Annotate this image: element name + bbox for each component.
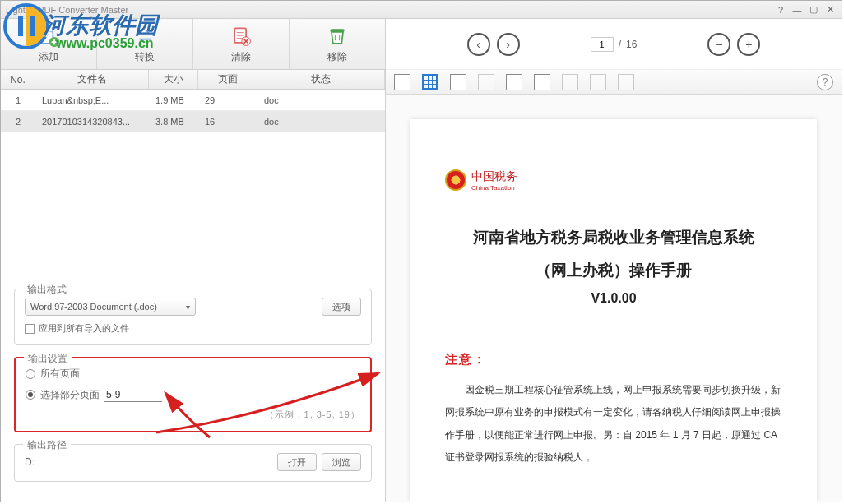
clear-button[interactable]: 清除 <box>193 19 290 69</box>
col-status[interactable]: 状态 <box>257 70 385 89</box>
table-body: 1Luban&nbsp;E...1.9 MB29doc2201701031432… <box>1 90 385 132</box>
document-page: 中国税务 China Taxation 河南省地方税务局税收业务管理信息系统 （… <box>410 119 817 502</box>
format-legend: 输出格式 <box>23 283 71 297</box>
table-header: No. 文件名 大小 页面 状态 <box>1 70 385 90</box>
path-value: D: <box>25 456 35 468</box>
clear-icon <box>230 25 253 48</box>
view-mode-5-icon[interactable] <box>506 74 522 90</box>
convert-icon <box>133 25 156 48</box>
view-mode-6-icon[interactable] <box>534 74 550 90</box>
left-panel: 添加 转换 清除 移除 No. 文件名 大小 页面 <box>1 19 386 502</box>
close-icon[interactable]: ✕ <box>823 4 837 16</box>
cell-status: doc <box>257 95 385 105</box>
range-example: （示例：1, 3-5, 19） <box>26 409 360 421</box>
view-mode-7-icon[interactable] <box>562 74 578 90</box>
col-filename[interactable]: 文件名 <box>35 70 149 89</box>
maximize-icon[interactable]: ▢ <box>807 4 820 16</box>
prev-page-button[interactable]: ‹ <box>467 33 490 56</box>
output-legend: 输出设置 <box>24 352 72 366</box>
current-page-input[interactable] <box>591 37 614 52</box>
view-toolbar: ? <box>386 70 842 95</box>
select-pages-radio[interactable] <box>26 390 35 400</box>
view-mode-4-icon[interactable] <box>478 74 494 90</box>
view-mode-8-icon[interactable] <box>590 74 606 90</box>
page-range-input[interactable] <box>104 387 162 402</box>
doc-logo: 中国税务 China Taxation <box>445 169 782 192</box>
minimize-icon[interactable]: — <box>791 4 804 16</box>
cell-pages: 29 <box>198 95 257 105</box>
next-page-button[interactable]: › <box>497 33 520 56</box>
cell-no: 1 <box>1 95 35 105</box>
view-mode-grid-icon[interactable] <box>422 74 438 90</box>
add-icon <box>37 25 60 48</box>
zoom-out-button[interactable]: − <box>707 33 730 56</box>
open-button[interactable]: 打开 <box>277 453 317 471</box>
preview-viewport[interactable]: 中国税务 China Taxation 河南省地方税务局税收业务管理信息系统 （… <box>386 95 842 502</box>
cell-pages: 16 <box>198 117 257 127</box>
main-toolbar: 添加 转换 清除 移除 <box>1 19 385 70</box>
page-navbar: ‹ › / 16 − + <box>386 19 842 70</box>
output-format-group: 输出格式 Word 97-2003 Document (.doc) 选项 应用到… <box>14 289 372 345</box>
svg-rect-4 <box>330 29 345 32</box>
all-pages-label: 所有页面 <box>40 367 80 381</box>
add-button[interactable]: 添加 <box>1 19 97 69</box>
doc-title-line2: （网上办税）操作手册 <box>445 257 782 284</box>
apply-all-checkbox[interactable] <box>25 324 35 334</box>
table-row[interactable]: 22017010314320843...3.8 MB16doc <box>1 111 385 132</box>
zoom-in-button[interactable]: + <box>737 33 760 56</box>
table-row[interactable]: 1Luban&nbsp;E...1.9 MB29doc <box>1 90 385 111</box>
view-mode-9-icon[interactable] <box>618 74 634 90</box>
tax-emblem-icon <box>445 169 466 191</box>
remove-label: 移除 <box>327 50 347 64</box>
view-mode-1-icon[interactable] <box>394 74 410 90</box>
browse-button[interactable]: 浏览 <box>322 453 361 471</box>
format-select[interactable]: Word 97-2003 Document (.doc) <box>25 298 196 316</box>
convert-label: 转换 <box>135 50 155 64</box>
cell-filename: 2017010314320843... <box>35 117 149 127</box>
all-pages-radio[interactable] <box>26 369 35 379</box>
col-pages[interactable]: 页面 <box>198 70 257 89</box>
path-legend: 输出路径 <box>23 438 71 452</box>
window-title: Lighten PDF Converter Master <box>6 5 128 15</box>
output-path-group: 输出路径 D: 打开 浏览 <box>14 444 372 482</box>
notice-heading: 注意： <box>445 352 782 368</box>
view-mode-3-icon[interactable] <box>450 74 466 90</box>
output-settings-group: 输出设置 所有页面 选择部分页面 （示例：1, 3-5, 19） <box>14 357 372 432</box>
doc-title-line1: 河南省地方税务局税收业务管理信息系统 <box>445 224 782 251</box>
page-indicator: / 16 <box>591 37 638 52</box>
clear-label: 清除 <box>231 50 251 64</box>
cell-size: 3.8 MB <box>149 117 198 127</box>
col-size[interactable]: 大小 <box>149 70 198 89</box>
doc-version: V1.0.00 <box>445 291 782 306</box>
doc-body: 因金税三期工程核心征管系统上线，网上申报系统需要同步切换升级，新网报系统中原有业… <box>445 379 782 469</box>
cell-no: 2 <box>1 117 35 127</box>
help-icon[interactable]: ? <box>774 4 787 16</box>
options-button[interactable]: 选项 <box>322 298 361 316</box>
select-pages-label: 选择部分页面 <box>40 388 100 402</box>
apply-all-label: 应用到所有导入的文件 <box>39 322 129 335</box>
cell-size: 1.9 MB <box>149 95 198 105</box>
convert-button[interactable]: 转换 <box>97 19 193 69</box>
total-pages: 16 <box>626 39 637 50</box>
cell-filename: Luban&nbsp;E... <box>35 95 149 105</box>
remove-button[interactable]: 移除 <box>290 19 385 69</box>
help-button[interactable]: ? <box>817 74 833 90</box>
preview-panel: ‹ › / 16 − + <box>386 19 842 502</box>
add-label: 添加 <box>39 50 58 64</box>
cell-status: doc <box>257 117 385 127</box>
trash-icon <box>326 25 349 48</box>
title-bar: Lighten PDF Converter Master ? — ▢ ✕ <box>1 1 842 19</box>
col-no[interactable]: No. <box>1 70 35 89</box>
